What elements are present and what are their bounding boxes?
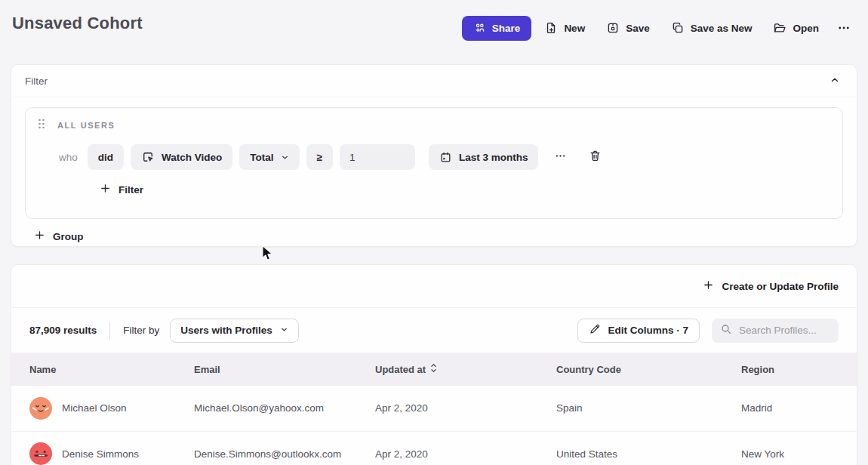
- chevron-down-icon: [281, 153, 289, 162]
- event-selector[interactable]: Watch Video: [131, 144, 232, 170]
- date-range-selector[interactable]: Last 3 months: [429, 144, 539, 170]
- results-panel: Create or Update Profile 87,909 results …: [11, 264, 857, 465]
- column-header-updated-at[interactable]: Updated at: [375, 353, 556, 386]
- save-button[interactable]: Save: [598, 15, 658, 41]
- column-header-name[interactable]: Name: [11, 353, 194, 386]
- column-header-region[interactable]: Region: [741, 353, 857, 386]
- column-header-country-code[interactable]: Country Code: [556, 353, 741, 386]
- profile-country-code: United States: [556, 431, 741, 465]
- trash-icon: [589, 149, 602, 165]
- profiles-filter-dropdown[interactable]: Users with Profiles: [170, 319, 299, 343]
- save-as-new-button[interactable]: Save as New: [663, 15, 761, 41]
- edit-columns-label: Edit Columns · 7: [608, 325, 688, 336]
- share-button-label: Share: [492, 23, 521, 34]
- page-title: Unsaved Cohort: [12, 14, 143, 33]
- profile-region: Madrid: [741, 386, 857, 431]
- add-filter-button[interactable]: Filter: [100, 183, 143, 196]
- clause-more-options-button[interactable]: [549, 147, 571, 167]
- profile-country-code: Spain: [556, 386, 741, 431]
- profile-email: Denise.Simmons@outlookx.com: [194, 431, 375, 465]
- did-selector[interactable]: did: [88, 144, 124, 170]
- column-header-email[interactable]: Email: [194, 353, 375, 386]
- results-panel-header: Create or Update Profile: [11, 265, 857, 308]
- new-button[interactable]: New: [536, 15, 593, 41]
- ellipsis-icon: [554, 150, 567, 164]
- results-count: 87,909 results: [29, 325, 97, 336]
- open-button[interactable]: Open: [765, 15, 827, 41]
- collapse-filter-button[interactable]: [828, 73, 842, 89]
- create-or-update-profile-label: Create or Update Profile: [722, 281, 839, 292]
- filter-panel-title: Filter: [25, 75, 48, 87]
- search-icon: [720, 323, 732, 338]
- top-actions: Share New Save: [462, 14, 856, 41]
- copy-icon: [671, 21, 685, 35]
- aggregation-selector-label: Total: [250, 152, 273, 163]
- avatar: [29, 442, 52, 465]
- create-or-update-profile-button[interactable]: Create or Update Profile: [703, 279, 839, 293]
- table-row[interactable]: Michael Olson Michael.Olson@yahoox.com A…: [11, 386, 857, 431]
- sort-icon[interactable]: [430, 363, 437, 375]
- threshold-value-input[interactable]: [340, 144, 415, 170]
- chevron-up-icon: [830, 76, 840, 88]
- more-options-button[interactable]: [832, 15, 856, 41]
- plus-icon: [34, 229, 45, 243]
- date-range-label: Last 3 months: [459, 152, 528, 163]
- top-header: Unsaved Cohort Share: [0, 0, 868, 64]
- profile-email: Michael.Olson@yahoox.com: [194, 386, 375, 431]
- cohort-group-header: ALL USERS: [38, 119, 830, 132]
- new-button-label: New: [564, 23, 585, 34]
- toolbar-divider: [109, 322, 110, 340]
- did-selector-label: did: [98, 152, 113, 163]
- filter-panel: Filter ALL USERS: [11, 64, 857, 247]
- avatar: [29, 397, 52, 420]
- ellipsis-icon: [836, 21, 851, 35]
- save-button-label: Save: [626, 23, 650, 34]
- folder-icon: [773, 21, 786, 35]
- who-label: who: [59, 152, 78, 163]
- operator-selector-label: ≥: [317, 152, 322, 163]
- profile-updated-at: Apr 2, 2020: [375, 386, 556, 431]
- share-button[interactable]: Share: [462, 16, 532, 41]
- plus-icon: [703, 279, 714, 293]
- cohort-group-card: ALL USERS who did Watch Video: [25, 107, 843, 219]
- profile-name: Michael Olson: [62, 402, 127, 414]
- save-as-new-button-label: Save as New: [691, 23, 753, 34]
- save-icon: [606, 21, 620, 35]
- operator-selector[interactable]: ≥: [306, 144, 333, 170]
- filter-clause-row: who did Watch Video Total: [59, 144, 830, 170]
- pencil-icon: [589, 323, 601, 337]
- column-header-updated-at-label: Updated at: [375, 364, 426, 375]
- group-scope-label: ALL USERS: [57, 121, 115, 130]
- add-filter-label: Filter: [119, 184, 143, 196]
- filter-by-label: Filter by: [123, 325, 159, 336]
- delete-clause-button[interactable]: [584, 146, 606, 168]
- add-group-button[interactable]: Group: [34, 229, 84, 243]
- profile-updated-at: Apr 2, 2020: [375, 431, 556, 465]
- edit-columns-button[interactable]: Edit Columns · 7: [577, 319, 700, 343]
- event-click-icon: [141, 150, 155, 164]
- table-row[interactable]: Denise Simmons Denise.Simmons@outlookx.c…: [11, 431, 857, 465]
- chevron-down-icon: [280, 325, 288, 336]
- share-users-icon: [473, 22, 486, 35]
- profiles-search[interactable]: [712, 319, 839, 343]
- profile-region: New York: [741, 431, 857, 465]
- filter-panel-header: Filter: [11, 65, 857, 97]
- cohort-builder-page: Unsaved Cohort Share: [0, 0, 868, 465]
- table-header-row: Name Email Updated at Country Code: [11, 353, 857, 386]
- event-selector-label: Watch Video: [162, 152, 222, 163]
- add-group-label: Group: [53, 231, 84, 242]
- calendar-icon: [439, 151, 452, 164]
- plus-icon: [100, 183, 111, 196]
- aggregation-selector[interactable]: Total: [239, 144, 299, 170]
- new-file-icon: [544, 21, 558, 35]
- drag-handle-icon[interactable]: [38, 119, 45, 132]
- profiles-table: Name Email Updated at Country Code: [11, 353, 857, 465]
- profile-name: Denise Simmons: [62, 448, 139, 460]
- results-toolbar: 87,909 results Filter by Users with Prof…: [11, 308, 857, 353]
- open-button-label: Open: [793, 23, 819, 34]
- mouse-cursor-icon: [262, 245, 273, 264]
- profiles-filter-value: Users with Profiles: [180, 325, 272, 336]
- search-profiles-input[interactable]: [739, 325, 830, 336]
